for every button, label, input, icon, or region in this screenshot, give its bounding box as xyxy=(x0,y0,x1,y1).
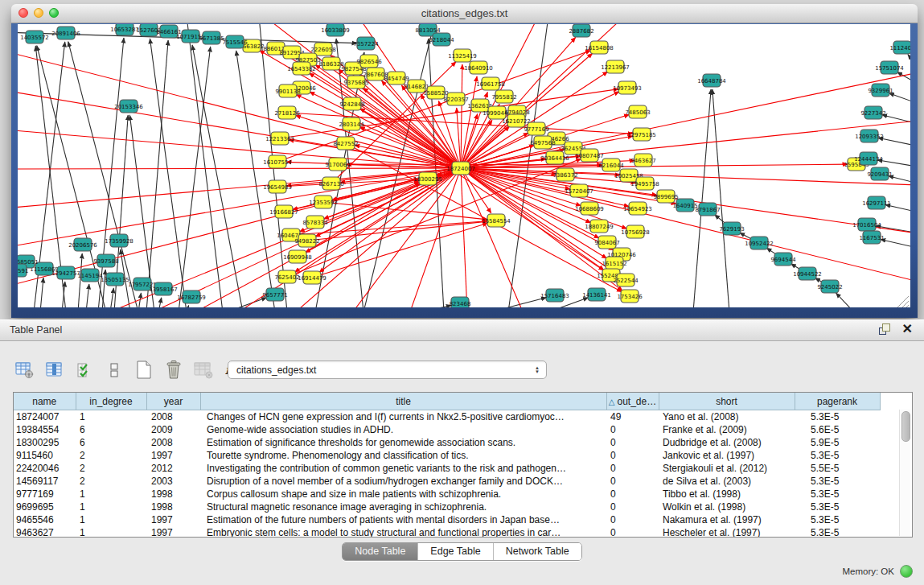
table-cell[interactable]: 0 xyxy=(606,462,659,475)
tab-edge-table[interactable]: Edge Table xyxy=(417,543,492,560)
network-node[interactable]: 2803144 xyxy=(339,117,364,130)
table-cell[interactable]: 1 xyxy=(76,526,146,538)
table-cell[interactable]: 1 xyxy=(76,410,146,424)
table-cell[interactable]: Changes of HCN gene expression and I(f) … xyxy=(200,410,606,424)
network-edge[interactable] xyxy=(158,298,162,307)
column-header-short[interactable]: short xyxy=(659,393,795,410)
network-edge[interactable] xyxy=(18,168,461,209)
tab-node-table[interactable]: Node Table xyxy=(343,543,417,560)
network-node[interactable]: 8427552 xyxy=(333,137,358,150)
network-node[interactable]: 15584554 xyxy=(482,214,511,227)
select-columns-icon[interactable] xyxy=(74,360,95,381)
network-node[interactable]: 1615152 xyxy=(602,257,626,270)
network-node[interactable]: 9329961 xyxy=(868,84,893,97)
network-edge[interactable] xyxy=(307,221,487,241)
network-node[interactable]: 20206576 xyxy=(68,238,97,251)
table-cell[interactable]: 6 xyxy=(76,423,146,436)
network-node[interactable]: 1112404 xyxy=(889,41,910,54)
table-cell[interactable]: Jankovic et al. (1997) xyxy=(659,449,795,462)
network-node[interactable]: 12975185 xyxy=(627,128,656,141)
network-edge[interactable] xyxy=(461,64,462,168)
table-cell[interactable]: 2 xyxy=(76,462,146,475)
table-cell[interactable]: 2003 xyxy=(146,475,200,488)
network-edge[interactable] xyxy=(461,168,468,307)
table-scrollbar-thumb[interactable] xyxy=(901,411,910,442)
network-node[interactable]: 7485063 xyxy=(625,105,650,118)
network-edge[interactable] xyxy=(110,288,113,307)
network-node[interactable]: 823468 xyxy=(450,297,471,307)
network-node[interactable]: 19654983 xyxy=(263,180,292,193)
network-node[interactable]: 16154808 xyxy=(585,41,614,54)
network-node[interactable]: 1145194 xyxy=(77,269,103,282)
table-cell[interactable]: 5.3E-5 xyxy=(795,449,880,462)
network-edge[interactable] xyxy=(236,51,275,307)
close-panel-icon[interactable]: ✕ xyxy=(902,323,913,336)
table-cell[interactable]: Structural magnetic resonance image aver… xyxy=(200,501,606,513)
network-node[interactable]: 10688609 xyxy=(575,202,604,215)
network-node[interactable]: 9777169 xyxy=(524,122,548,135)
table-cell[interactable]: 5.9E-5 xyxy=(795,436,880,449)
table-cell[interactable]: Genome-wide association studies in ADHD. xyxy=(200,423,606,436)
column-header-name[interactable]: name xyxy=(14,393,76,410)
network-node[interactable]: 12213967 xyxy=(601,60,630,73)
network-node[interactable]: 9397588 xyxy=(93,254,118,267)
table-cell[interactable]: Franke et al. (2009) xyxy=(659,423,795,436)
table-row[interactable]: 1456911722003Disruption of a novel membe… xyxy=(14,475,880,488)
network-edge[interactable] xyxy=(179,47,211,307)
network-edge[interactable] xyxy=(713,89,729,307)
network-node[interactable]: 16909948 xyxy=(283,250,312,263)
table-cell[interactable]: 18300295 xyxy=(14,436,76,449)
network-edge[interactable] xyxy=(457,108,461,168)
table-cell[interactable]: Disruption of a novel member of a sodium… xyxy=(200,475,606,488)
table-cell[interactable]: 49 xyxy=(606,410,659,424)
table-cell[interactable]: 2008 xyxy=(146,436,200,449)
table-cell[interactable]: Wolkin et al. (1998) xyxy=(659,501,795,513)
table-row[interactable]: 946362711997Embryonic stem cells: a mode… xyxy=(14,526,880,538)
network-node[interactable]: 9227342 xyxy=(860,106,885,119)
table-cell[interactable]: 1 xyxy=(76,513,146,526)
table-cell[interactable]: 1 xyxy=(76,501,146,513)
network-node[interactable]: 9245022 xyxy=(817,280,842,293)
network-node[interactable]: 2718126 xyxy=(274,106,300,119)
table-cell[interactable]: 9115460 xyxy=(14,449,76,462)
network-node[interactable]: 2887682 xyxy=(569,24,593,37)
table-cell[interactable]: 0 xyxy=(606,526,659,538)
table-row[interactable]: 2242004622012Investigating the contribut… xyxy=(14,462,880,475)
table-cell[interactable]: 1997 xyxy=(146,513,200,526)
network-edge[interactable] xyxy=(86,284,89,307)
table-cell[interactable]: Investigating the contribution of common… xyxy=(200,462,606,475)
network-node[interactable]: 16297111 xyxy=(862,196,891,209)
network-node[interactable]: 9671385 xyxy=(199,31,224,44)
network-edge[interactable] xyxy=(881,239,910,246)
network-node[interactable]: 17359928 xyxy=(105,234,133,247)
network-edge[interactable] xyxy=(396,305,451,307)
table-cell[interactable]: 6 xyxy=(76,436,146,449)
table-cell[interactable]: 5.3E-5 xyxy=(795,501,880,513)
network-node[interactable]: 15751074 xyxy=(875,61,904,74)
network-edge[interactable] xyxy=(18,168,461,169)
table-cell[interactable]: 22420046 xyxy=(14,462,76,475)
table-cell[interactable]: 14569117 xyxy=(14,475,76,488)
show-columns-icon[interactable] xyxy=(44,360,65,381)
network-edge[interactable] xyxy=(468,298,546,307)
network-edge[interactable] xyxy=(461,168,910,282)
table-cell[interactable]: 5.3E-5 xyxy=(795,488,880,501)
canvas-resize-grip[interactable] xyxy=(897,296,909,307)
tab-network-table[interactable]: Network Table xyxy=(493,543,581,560)
network-node[interactable]: 1167531 xyxy=(859,231,884,244)
network-node[interactable]: 18640910 xyxy=(464,61,493,74)
table-cell[interactable]: 0 xyxy=(606,423,659,436)
network-edge[interactable] xyxy=(882,115,910,122)
table-cell[interactable]: 9699695 xyxy=(14,501,76,513)
table-cell[interactable]: Embryonic stem cells: a model to study s… xyxy=(200,526,606,538)
table-row[interactable]: 977716911998Corpus callosum shape and si… xyxy=(14,488,880,501)
network-node[interactable]: 16782759 xyxy=(177,290,206,303)
float-panel-icon[interactable] xyxy=(878,323,891,336)
network-node[interactable]: 8186328 xyxy=(318,57,343,70)
network-node[interactable]: 9218044 xyxy=(429,33,454,46)
network-node[interactable]: 9209431 xyxy=(867,167,892,180)
table-cell[interactable]: 0 xyxy=(606,488,659,501)
table-cell[interactable]: 1997 xyxy=(146,526,200,538)
table-cell[interactable]: 2009 xyxy=(146,423,200,436)
table-cell[interactable]: de Silva et al. (2003) xyxy=(659,475,795,488)
